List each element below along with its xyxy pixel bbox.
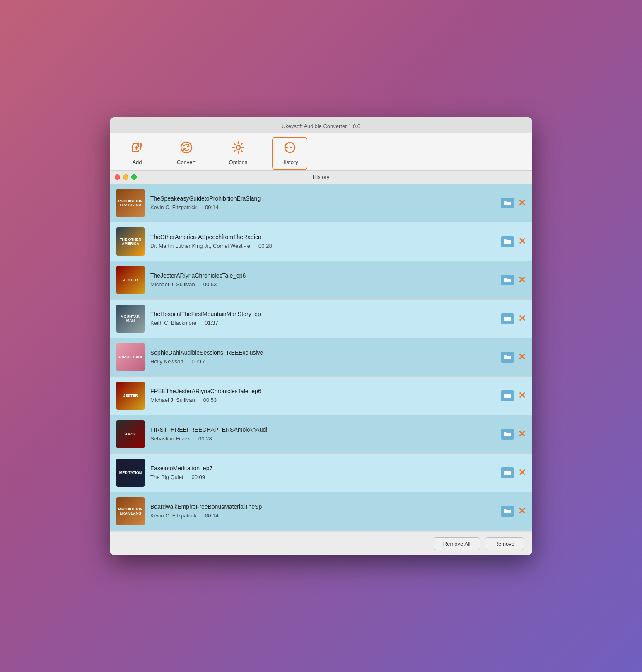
thumbnail-text: JESTER [116, 382, 145, 410]
history-label: History [281, 159, 298, 165]
app-title: Ukeysoft Audible Converter 1.0.0 [282, 123, 360, 129]
item-title: TheSpeakeasyGuidetoProhibitionEraSlang [150, 195, 495, 202]
svg-point-5 [181, 142, 192, 153]
delete-button[interactable]: ✕ [518, 507, 526, 516]
delete-button[interactable]: ✕ [518, 198, 526, 208]
item-actions: ✕ [501, 352, 526, 363]
delete-button[interactable]: ✕ [518, 468, 526, 477]
item-meta: Dr. Martin Luther King Jr., Cornel West … [150, 243, 495, 249]
item-actions: ✕ [501, 390, 526, 401]
delete-button[interactable]: ✕ [518, 276, 526, 285]
item-title: TheHospitalTheFirstMountainManStory_ep [150, 311, 495, 317]
add-label: Add [132, 159, 142, 165]
history-icon [283, 141, 297, 157]
item-meta: Kevin C. Fitzpatrick 00:14 [150, 204, 495, 210]
open-folder-button[interactable] [501, 467, 514, 478]
item-author: Holly Newson [150, 358, 183, 365]
open-folder-button[interactable] [501, 352, 514, 363]
thumbnail-text: MEDITATION [116, 459, 145, 487]
list-item: THE OTHER AMERICA TheOtherAmerica-ASpeec… [110, 222, 532, 261]
item-info: SophieDahlAudibleSessionsFREEExclusive H… [150, 349, 495, 365]
bottom-bar: Remove All Remove [110, 532, 532, 555]
item-info: BoardwalkEmpireFreeBonusMaterialTheSp Ke… [150, 503, 495, 519]
thumbnail-text: PROHIBITION ERA SLANG [116, 497, 145, 525]
open-folder-button[interactable] [501, 275, 514, 285]
remove-all-button[interactable]: Remove All [434, 537, 480, 550]
list-item: JESTER FREETheJesterARiyriaChroniclesTal… [110, 377, 532, 415]
close-window-btn[interactable] [115, 174, 120, 180]
delete-button[interactable]: ✕ [518, 353, 526, 362]
thumbnail-text: AMOK [116, 420, 145, 448]
item-title: FREETheJesterARiyriaChroniclesTale_ep6 [150, 388, 495, 394]
open-folder-button[interactable] [501, 236, 514, 247]
list-item: PROHIBITION ERA SLANG BoardwalkEmpireFre… [110, 492, 532, 531]
thumbnail-text: MOUNTAIN MAN [116, 305, 145, 333]
item-info: TheHospitalTheFirstMountainManStory_ep K… [150, 311, 495, 326]
item-actions: ✕ [501, 506, 526, 517]
item-info: TheOtherAmerica-ASpeechfromTheRadica Dr.… [150, 234, 495, 249]
open-folder-button[interactable] [501, 506, 514, 517]
item-duration: 00:28 [258, 243, 272, 249]
item-thumbnail: PROHIBITION ERA SLANG [116, 189, 145, 217]
item-title: SophieDahlAudibleSessionsFREEExclusive [150, 349, 495, 356]
options-icon [232, 141, 245, 157]
item-duration: 00:14 [205, 204, 219, 210]
item-thumbnail: AMOK [116, 420, 145, 448]
thumbnail-text: PROHIBITION ERA SLANG [116, 189, 145, 217]
toolbar-convert[interactable]: Convert [169, 138, 204, 169]
item-meta: Michael J. Sullivan 00:53 [150, 397, 495, 403]
list-item: MEDITATION EaseintoMeditation_ep7 The Bi… [110, 454, 532, 492]
open-folder-button[interactable] [501, 390, 514, 401]
history-panel-header: History [110, 171, 532, 184]
open-folder-button[interactable] [501, 198, 514, 208]
app-window: Ukeysoft Audible Converter 1.0.0 Add [110, 117, 532, 555]
remove-button[interactable]: Remove [485, 537, 524, 550]
delete-button[interactable]: ✕ [518, 391, 526, 400]
history-list: PROHIBITION ERA SLANG TheSpeakeasyGuidet… [110, 184, 532, 532]
item-meta: Michael J. Sullivan 00:53 [150, 281, 495, 288]
item-title: FIRSTTHREEFREECHAPTERSAmokAnAudi [150, 426, 495, 433]
item-title: BoardwalkEmpireFreeBonusMaterialTheSp [150, 503, 495, 510]
item-author: The Big Quiet [150, 474, 183, 480]
list-item: AMOK FIRSTTHREEFREECHAPTERSAmokAnAudi Se… [110, 415, 532, 454]
item-title: TheJesterARiyriaChroniclesTale_ep6 [150, 272, 495, 279]
item-thumbnail: THE OTHER AMERICA [116, 227, 145, 256]
list-item: JESTER TheJesterARiyriaChroniclesTale_ep… [110, 261, 532, 300]
delete-button[interactable]: ✕ [518, 237, 526, 246]
open-folder-button[interactable] [501, 313, 514, 324]
history-panel-title: History [313, 174, 329, 180]
open-folder-button[interactable] [501, 429, 514, 440]
item-thumbnail: MEDITATION [116, 459, 145, 487]
delete-button[interactable]: ✕ [518, 314, 526, 323]
item-duration: 01:37 [205, 320, 218, 326]
delete-button[interactable]: ✕ [518, 430, 526, 439]
item-meta: The Big Quiet 00:09 [150, 474, 495, 480]
item-thumbnail: SOPHIE DAHL [116, 343, 145, 371]
list-item: MOUNTAIN MAN TheHospitalTheFirstMountain… [110, 300, 532, 338]
thumbnail-text: SOPHIE DAHL [116, 343, 145, 371]
maximize-window-btn[interactable] [131, 174, 137, 180]
toolbar-add[interactable]: Add [122, 138, 152, 169]
convert-label: Convert [177, 159, 196, 165]
toolbar-options[interactable]: Options [221, 138, 256, 169]
convert-icon [180, 141, 193, 157]
item-title: TheOtherAmerica-ASpeechfromTheRadica [150, 234, 495, 240]
item-meta: Keith C. Blackmore 01:37 [150, 320, 495, 326]
options-label: Options [229, 159, 248, 165]
item-meta: Kevin C. Fitzpatrick 00:14 [150, 512, 495, 519]
toolbar-history[interactable]: History [272, 137, 307, 170]
item-actions: ✕ [501, 198, 526, 208]
item-info: FREETheJesterARiyriaChroniclesTale_ep6 M… [150, 388, 495, 403]
item-actions: ✕ [501, 275, 526, 285]
item-author: Keith C. Blackmore [150, 320, 196, 326]
minimize-window-btn[interactable] [123, 174, 128, 180]
item-duration: 00:53 [203, 397, 217, 403]
svg-point-6 [236, 145, 240, 150]
add-icon [130, 141, 144, 157]
item-title: EaseintoMeditation_ep7 [150, 465, 495, 471]
item-duration: 00:14 [205, 512, 219, 519]
item-author: Michael J. Sullivan [150, 397, 195, 403]
item-thumbnail: JESTER [116, 382, 145, 410]
item-info: TheSpeakeasyGuidetoProhibitionEraSlang K… [150, 195, 495, 210]
item-meta: Sebastian Fitzek 00:28 [150, 435, 495, 442]
